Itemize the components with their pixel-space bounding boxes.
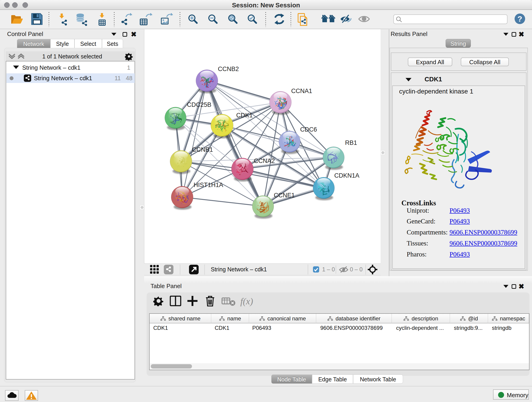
svg-text:CDC25B: CDC25B <box>187 101 211 108</box>
svg-text:HIST1H1A: HIST1H1A <box>194 182 223 188</box>
svg-text:RB1: RB1 <box>345 139 357 146</box>
svg-text:CDKN1A: CDKN1A <box>334 172 360 179</box>
svg-text:CCNA2: CCNA2 <box>254 157 275 164</box>
svg-text:CCNB1: CCNB1 <box>192 146 213 153</box>
svg-text:CCNA1: CCNA1 <box>291 88 312 95</box>
svg-text:CDK1: CDK1 <box>236 112 253 119</box>
svg-text:CCNB2: CCNB2 <box>218 65 239 72</box>
svg-text:CCNE1: CCNE1 <box>274 192 295 199</box>
svg-text:CDC6: CDC6 <box>300 126 317 133</box>
